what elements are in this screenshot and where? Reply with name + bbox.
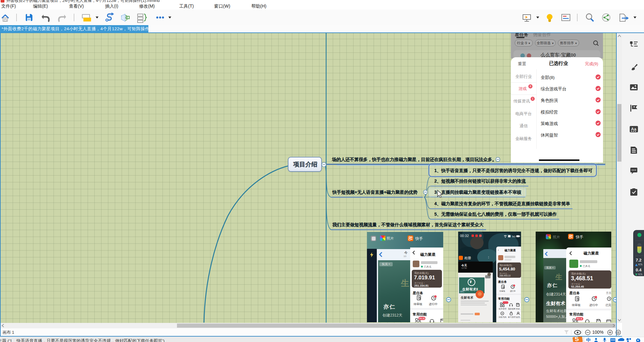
svg-text:Aa: Aa [631, 127, 636, 131]
svg-text:5G: 5G [512, 235, 516, 238]
